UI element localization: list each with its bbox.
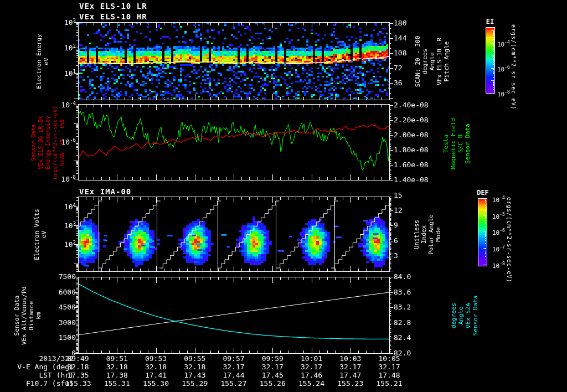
orbit-left-tick-label: 1500 bbox=[59, 333, 76, 342]
ima-colorbar-units: ergs/(cm**2-sr-sec-eV) bbox=[506, 197, 512, 275]
table-value: 17.44 bbox=[223, 371, 244, 379]
orbit-right-tick-label: 82.8 bbox=[394, 318, 411, 327]
els-right-tick-label: 108 bbox=[394, 49, 406, 57]
els-left-axis-label: Electron Energy eV bbox=[35, 22, 50, 101]
orbit-right-tick-label: 83.6 bbox=[394, 288, 411, 296]
table-value: 32.17 bbox=[378, 363, 400, 371]
ima-right-tick-label: 12 bbox=[394, 206, 403, 214]
table-value: 155.21 bbox=[377, 379, 403, 388]
table-value: 155.27 bbox=[221, 379, 247, 388]
mag-right-tick-label: 2.40e-08 bbox=[394, 101, 429, 109]
table-value: 17.45 bbox=[262, 371, 284, 379]
table-value: 17.48 bbox=[378, 371, 400, 379]
ima-right-tick-label: 15 bbox=[394, 191, 403, 199]
els-left-tick-label: 101 bbox=[64, 69, 76, 78]
table-value: 155.26 bbox=[260, 379, 286, 388]
table-value: 32.17 bbox=[301, 363, 322, 371]
mag-right-tick-label: 2.20e-08 bbox=[394, 116, 429, 124]
mag-right-tick-label: 1.60e-08 bbox=[394, 161, 429, 169]
els-right-tick-label: 180 bbox=[394, 19, 406, 27]
mag-right-axis-label: Tesla Magnetic Field S/C B Sensor Data bbox=[442, 105, 471, 182]
time-label: 09:51 bbox=[106, 354, 128, 363]
orbit-right-tick-label: 82.4 bbox=[394, 333, 411, 342]
mag-right-tick-label: 1.80e-08 bbox=[394, 146, 429, 154]
table-value: 155.30 bbox=[143, 379, 169, 388]
table-value: 32.18 bbox=[106, 363, 128, 371]
ima-left-tick-label: 102 bbox=[64, 240, 76, 249]
time-label: 09:53 bbox=[145, 354, 167, 363]
panel-title-els-lr: VEx ELS-10 LR bbox=[79, 2, 147, 11]
els-colorbar-tick-label: 10-4 bbox=[497, 40, 510, 48]
orbit-left-tick-label: 6000 bbox=[59, 288, 76, 296]
ima-colorbar-tick-label: 10-8 bbox=[492, 261, 505, 270]
orbit-left-tick-label: 3000 bbox=[59, 318, 76, 327]
orbit-left-tick-label: 7500 bbox=[59, 272, 76, 281]
time-label: 09:55 bbox=[184, 354, 205, 363]
table-value: 17.46 bbox=[301, 371, 322, 379]
orbit-right-tick-label: 84.0 bbox=[394, 272, 411, 281]
table-value: 32.17 bbox=[339, 363, 361, 371]
ima-colorbar-title: DEF bbox=[474, 189, 492, 197]
time-label: 10:05 bbox=[378, 354, 400, 363]
table-value: 155.24 bbox=[298, 379, 324, 388]
ima-colorbar-tick-label: 10-4 bbox=[492, 195, 505, 204]
time-label: 09:59 bbox=[262, 354, 284, 363]
orbit-left-tick-label: 4500 bbox=[59, 303, 76, 311]
table-value: 32.17 bbox=[262, 363, 284, 371]
els-colorbar-tick-label: 10-6 bbox=[497, 65, 510, 73]
time-label: 10:01 bbox=[301, 354, 322, 363]
els-colorbar-title: EI bbox=[483, 18, 497, 25]
ima-left-tick-label: 104 bbox=[64, 202, 76, 211]
els-right-tick-label: 144 bbox=[394, 34, 406, 42]
vex-quicklook-plot-page: VEx ELS-10 LR VEx ELS-10 HR VEx IMA-00 E… bbox=[0, 0, 567, 392]
time-label: 09:57 bbox=[223, 354, 244, 363]
els-left-tick-label: 102 bbox=[64, 43, 76, 52]
mag-right-tick-label: 1.40e-08 bbox=[394, 176, 429, 184]
table-value: 155.31 bbox=[104, 379, 130, 388]
ima-left-tick-label: 103 bbox=[64, 221, 76, 230]
orbit-left-axis-label: Sensor Data VEx Alt/Venus/Pd Distance km bbox=[13, 277, 42, 354]
table-value: 32.18 bbox=[67, 363, 89, 371]
table-value: 17.47 bbox=[339, 371, 361, 379]
mag-left-tick-label: 10-8 bbox=[61, 174, 76, 183]
els-right-tick-label: 72 bbox=[394, 64, 403, 72]
ima-colorbar-tick-label: 10-5 bbox=[492, 212, 505, 220]
table-value: 32.17 bbox=[223, 363, 244, 371]
els-right-tick-label: 36 bbox=[394, 79, 403, 87]
els-left-tick-label: 103 bbox=[64, 18, 76, 27]
table-value: 17.43 bbox=[184, 371, 205, 379]
mag-left-tick-label: 10-4 bbox=[61, 100, 76, 109]
mag-left-tick-label: 10-6 bbox=[61, 137, 76, 146]
table-row-label: V-E Ang (deg) bbox=[17, 363, 74, 371]
table-value: 155.23 bbox=[337, 379, 363, 388]
orbit-right-tick-label: 83.2 bbox=[394, 303, 411, 311]
ima-right-tick-label: 3 bbox=[394, 251, 398, 260]
ima-colorbar-tick-label: 10-7 bbox=[492, 245, 505, 253]
ima-right-axis-label: Unitless Index Polar Angle Mode bbox=[413, 197, 442, 272]
ima-left-axis-label: Electron Volts eV bbox=[33, 197, 48, 272]
mag-left-axis-label: Sensor Data VEx ELS-06 LR-Bk Energy Inte… bbox=[30, 104, 66, 181]
els-right-axis-label: SCAN: 20 - 300 degrees Angle VEx ELS-10 … bbox=[414, 22, 450, 101]
table-value: 32.18 bbox=[145, 363, 167, 371]
table-value: 17.38 bbox=[106, 371, 128, 379]
panel-title-ima: VEx IMA-00 bbox=[79, 187, 131, 196]
panel-title-els-hr: VEx ELS-10 HR bbox=[79, 12, 147, 21]
ima-right-tick-label: 6 bbox=[394, 236, 398, 245]
table-value: 32.18 bbox=[184, 363, 205, 371]
mag-right-tick-label: 2.00e-08 bbox=[394, 131, 429, 139]
orbit-right-axis-label: degrees Angle VEx SZA Sensor Data bbox=[450, 277, 479, 354]
els-colorbar-tick-label: 10-8 bbox=[497, 90, 510, 98]
table-value: 155.33 bbox=[65, 379, 91, 388]
els-colorbar-units: ergs/(cm**2-sr-sec-eV) bbox=[511, 24, 517, 102]
ima-colorbar-tick-label: 10-6 bbox=[492, 228, 505, 236]
table-value: 17.35 bbox=[67, 371, 89, 379]
table-value: 155.29 bbox=[182, 379, 208, 388]
time-label: 10:03 bbox=[339, 354, 361, 363]
table-value: 17.41 bbox=[145, 371, 167, 379]
ima-right-tick-label: 9 bbox=[394, 221, 398, 229]
time-label: 09:49 bbox=[67, 354, 89, 363]
